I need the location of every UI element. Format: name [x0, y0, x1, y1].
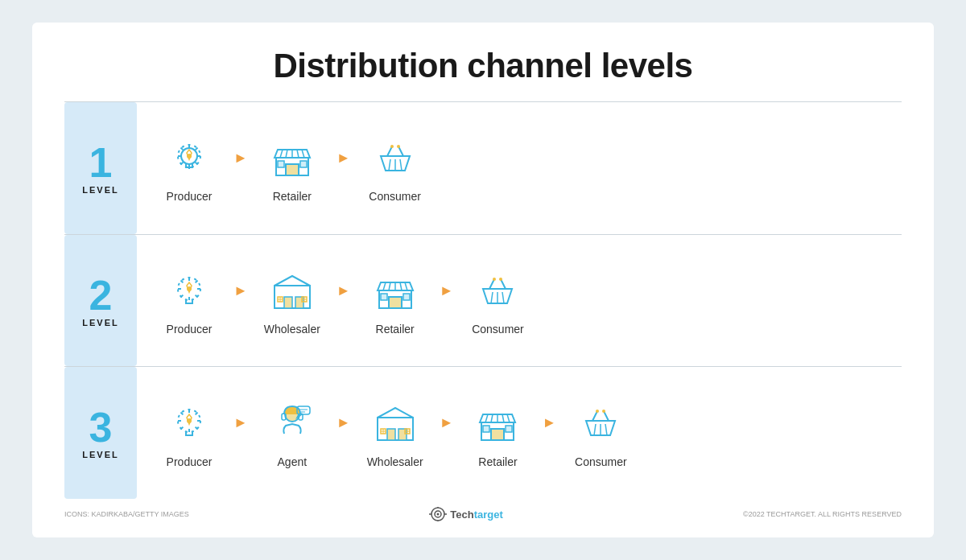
- wholesaler-icon-l3: [369, 398, 421, 451]
- step-label-wholesaler-l2: Wholesaler: [264, 323, 320, 336]
- svg-line-34: [196, 294, 198, 297]
- footer-logo: Techtarget: [429, 507, 503, 521]
- svg-point-59: [493, 278, 496, 281]
- svg-rect-47: [389, 297, 402, 308]
- step-producer-l3: Producer: [153, 398, 225, 468]
- level-2-badge: 2 LEVEL: [64, 235, 137, 367]
- arrow-1-l2: ►: [233, 282, 248, 299]
- footer-logo-text: Techtarget: [450, 509, 503, 521]
- svg-line-52: [405, 282, 407, 290]
- svg-line-18: [302, 150, 304, 158]
- step-consumer-l1: Consumer: [359, 133, 431, 203]
- svg-rect-13: [286, 164, 299, 175]
- svg-line-56: [491, 292, 493, 303]
- step-label-producer-l1: Producer: [167, 190, 213, 203]
- svg-line-88: [485, 414, 488, 422]
- level-1-steps: Producer ►: [137, 125, 902, 211]
- step-label-retailer-l2: Retailer: [376, 323, 415, 336]
- step-retailer-l1: Retailer: [256, 133, 328, 203]
- producer-icon-l3: [163, 398, 216, 451]
- svg-rect-94: [506, 426, 512, 432]
- svg-line-92: [507, 414, 510, 422]
- svg-line-68: [196, 427, 198, 430]
- step-retailer-l3: Retailer: [461, 398, 534, 468]
- svg-line-8: [181, 147, 184, 150]
- wholesaler-icon-l2: [266, 266, 318, 318]
- svg-line-35: [196, 280, 198, 282]
- svg-rect-93: [483, 426, 489, 432]
- step-agent-l3: Agent: [256, 398, 328, 468]
- arrow-4-l3: ►: [542, 414, 556, 431]
- consumer-icon-l1: [369, 133, 421, 185]
- step-producer-l1: Producer: [153, 133, 225, 203]
- step-retailer-l2: Retailer: [359, 266, 431, 336]
- main-card: Distribution channel levels 1 LEVEL: [32, 23, 934, 537]
- svg-line-11: [181, 162, 184, 164]
- level-3-number: 3: [89, 406, 113, 448]
- svg-rect-19: [278, 161, 284, 167]
- level-2-number: 2: [89, 274, 113, 316]
- level-3-row: 3 LEVEL: [64, 367, 902, 499]
- svg-line-22: [389, 159, 390, 171]
- svg-rect-38: [284, 297, 292, 308]
- footer-logo-accent: target: [474, 509, 503, 521]
- svg-line-17: [297, 150, 299, 158]
- footer-credits: ICONS: KADIRKABA/GETTY IMAGES: [64, 510, 189, 518]
- svg-line-51: [400, 282, 402, 290]
- svg-line-70: [181, 427, 184, 430]
- svg-line-15: [286, 150, 287, 158]
- step-label-consumer-l3: Consumer: [575, 455, 627, 468]
- svg-line-98: [605, 424, 607, 435]
- svg-line-96: [594, 424, 596, 435]
- svg-line-36: [181, 294, 184, 297]
- step-label-retailer-l3: Retailer: [478, 455, 517, 468]
- svg-line-89: [491, 414, 493, 422]
- arrow-2-l1: ►: [336, 150, 351, 167]
- retailer-icon-l3: [472, 398, 524, 451]
- step-label-consumer-l2: Consumer: [472, 323, 524, 336]
- level-3-badge: 3 LEVEL: [64, 367, 137, 499]
- arrow-3-l3: ►: [440, 414, 454, 431]
- footer: ICONS: KADIRKABA/GETTY IMAGES Techtarget…: [64, 507, 902, 521]
- arrow-1-l1: ►: [233, 150, 248, 167]
- step-label-consumer-l1: Consumer: [369, 190, 421, 203]
- level-1-row: 1 LEVEL: [64, 102, 902, 235]
- level-2-steps: Producer ►: [137, 257, 902, 344]
- step-label-wholesaler-l3: Wholesaler: [367, 455, 423, 468]
- level-1-label: LEVEL: [82, 185, 118, 195]
- svg-rect-20: [300, 161, 307, 167]
- step-wholesaler-l2: Wholesaler: [256, 266, 328, 336]
- levels-container: 1 LEVEL: [64, 102, 902, 499]
- svg-line-67: [181, 413, 184, 415]
- level-3-steps: Producer ►: [137, 390, 902, 476]
- svg-line-33: [181, 280, 184, 282]
- page-title: Distribution channel levels: [64, 47, 902, 85]
- svg-point-103: [437, 513, 440, 516]
- svg-rect-87: [491, 429, 504, 440]
- step-consumer-l3: Consumer: [564, 398, 637, 468]
- svg-point-100: [602, 410, 605, 413]
- step-wholesaler-l3: Wholesaler: [359, 398, 431, 468]
- arrow-2-l2: ►: [336, 282, 351, 299]
- svg-point-25: [390, 145, 394, 148]
- consumer-icon-l3: [575, 398, 627, 451]
- retailer-icon-l2: [369, 266, 421, 318]
- step-label-producer-l2: Producer: [167, 323, 213, 336]
- step-label-producer-l3: Producer: [167, 455, 213, 468]
- retailer-icon-l1: [266, 133, 318, 185]
- arrow-2-l3: ►: [336, 414, 351, 431]
- level-3-label: LEVEL: [82, 450, 118, 459]
- step-consumer-l2: Consumer: [461, 266, 534, 336]
- consumer-icon-l2: [472, 266, 524, 318]
- svg-line-9: [196, 162, 198, 164]
- arrow-1-l3: ►: [233, 414, 248, 431]
- svg-line-49: [389, 282, 390, 290]
- svg-point-99: [596, 410, 599, 413]
- svg-line-91: [502, 414, 504, 422]
- svg-point-26: [397, 145, 400, 148]
- producer-icon-l2: [163, 266, 216, 318]
- techtarget-logo-icon: [429, 507, 447, 521]
- level-2-row: 2 LEVEL: [64, 235, 902, 368]
- level-2-label: LEVEL: [82, 318, 118, 327]
- step-producer-l2: Producer: [153, 266, 225, 336]
